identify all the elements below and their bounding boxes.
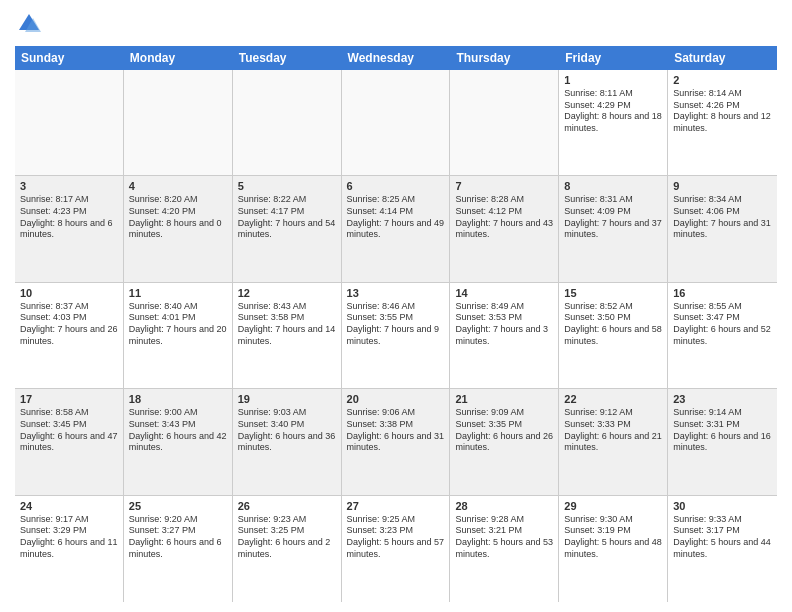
cal-cell: 14Sunrise: 8:49 AM Sunset: 3:53 PM Dayli… [450, 283, 559, 388]
calendar-body: 1Sunrise: 8:11 AM Sunset: 4:29 PM Daylig… [15, 70, 777, 602]
cal-cell [450, 70, 559, 175]
cal-cell: 19Sunrise: 9:03 AM Sunset: 3:40 PM Dayli… [233, 389, 342, 494]
header-cell-friday: Friday [559, 46, 668, 70]
cal-cell: 23Sunrise: 9:14 AM Sunset: 3:31 PM Dayli… [668, 389, 777, 494]
cal-cell: 4Sunrise: 8:20 AM Sunset: 4:20 PM Daylig… [124, 176, 233, 281]
cell-text: Sunrise: 8:46 AM Sunset: 3:55 PM Dayligh… [347, 301, 445, 348]
header-cell-monday: Monday [124, 46, 233, 70]
cell-text: Sunrise: 8:49 AM Sunset: 3:53 PM Dayligh… [455, 301, 553, 348]
cal-cell [15, 70, 124, 175]
day-number: 19 [238, 393, 336, 405]
day-number: 29 [564, 500, 662, 512]
cal-cell: 3Sunrise: 8:17 AM Sunset: 4:23 PM Daylig… [15, 176, 124, 281]
day-number: 2 [673, 74, 772, 86]
cal-cell: 8Sunrise: 8:31 AM Sunset: 4:09 PM Daylig… [559, 176, 668, 281]
cal-cell: 30Sunrise: 9:33 AM Sunset: 3:17 PM Dayli… [668, 496, 777, 602]
page: SundayMondayTuesdayWednesdayThursdayFrid… [0, 0, 792, 612]
day-number: 7 [455, 180, 553, 192]
day-number: 13 [347, 287, 445, 299]
cal-cell: 7Sunrise: 8:28 AM Sunset: 4:12 PM Daylig… [450, 176, 559, 281]
day-number: 9 [673, 180, 772, 192]
day-number: 24 [20, 500, 118, 512]
cell-text: Sunrise: 8:40 AM Sunset: 4:01 PM Dayligh… [129, 301, 227, 348]
day-number: 28 [455, 500, 553, 512]
cell-text: Sunrise: 9:30 AM Sunset: 3:19 PM Dayligh… [564, 514, 662, 561]
cal-cell [233, 70, 342, 175]
header-cell-sunday: Sunday [15, 46, 124, 70]
day-number: 22 [564, 393, 662, 405]
cell-text: Sunrise: 8:37 AM Sunset: 4:03 PM Dayligh… [20, 301, 118, 348]
cell-text: Sunrise: 8:17 AM Sunset: 4:23 PM Dayligh… [20, 194, 118, 241]
day-number: 17 [20, 393, 118, 405]
cal-cell [124, 70, 233, 175]
cell-text: Sunrise: 9:00 AM Sunset: 3:43 PM Dayligh… [129, 407, 227, 454]
day-number: 18 [129, 393, 227, 405]
day-number: 16 [673, 287, 772, 299]
cell-text: Sunrise: 9:12 AM Sunset: 3:33 PM Dayligh… [564, 407, 662, 454]
cal-cell: 21Sunrise: 9:09 AM Sunset: 3:35 PM Dayli… [450, 389, 559, 494]
header [15, 10, 777, 38]
cal-cell [342, 70, 451, 175]
cal-cell: 16Sunrise: 8:55 AM Sunset: 3:47 PM Dayli… [668, 283, 777, 388]
day-number: 11 [129, 287, 227, 299]
header-cell-tuesday: Tuesday [233, 46, 342, 70]
cell-text: Sunrise: 8:52 AM Sunset: 3:50 PM Dayligh… [564, 301, 662, 348]
cell-text: Sunrise: 9:25 AM Sunset: 3:23 PM Dayligh… [347, 514, 445, 561]
cell-text: Sunrise: 9:06 AM Sunset: 3:38 PM Dayligh… [347, 407, 445, 454]
cal-cell: 2Sunrise: 8:14 AM Sunset: 4:26 PM Daylig… [668, 70, 777, 175]
cal-cell: 29Sunrise: 9:30 AM Sunset: 3:19 PM Dayli… [559, 496, 668, 602]
day-number: 23 [673, 393, 772, 405]
day-number: 6 [347, 180, 445, 192]
calendar-row-0: 1Sunrise: 8:11 AM Sunset: 4:29 PM Daylig… [15, 70, 777, 176]
cal-cell: 13Sunrise: 8:46 AM Sunset: 3:55 PM Dayli… [342, 283, 451, 388]
day-number: 21 [455, 393, 553, 405]
cal-cell: 6Sunrise: 8:25 AM Sunset: 4:14 PM Daylig… [342, 176, 451, 281]
cal-cell: 27Sunrise: 9:25 AM Sunset: 3:23 PM Dayli… [342, 496, 451, 602]
day-number: 20 [347, 393, 445, 405]
cell-text: Sunrise: 9:33 AM Sunset: 3:17 PM Dayligh… [673, 514, 772, 561]
calendar: SundayMondayTuesdayWednesdayThursdayFrid… [15, 46, 777, 602]
day-number: 8 [564, 180, 662, 192]
cal-cell: 9Sunrise: 8:34 AM Sunset: 4:06 PM Daylig… [668, 176, 777, 281]
cal-cell: 1Sunrise: 8:11 AM Sunset: 4:29 PM Daylig… [559, 70, 668, 175]
day-number: 30 [673, 500, 772, 512]
day-number: 5 [238, 180, 336, 192]
cal-cell: 17Sunrise: 8:58 AM Sunset: 3:45 PM Dayli… [15, 389, 124, 494]
header-cell-saturday: Saturday [668, 46, 777, 70]
cell-text: Sunrise: 8:22 AM Sunset: 4:17 PM Dayligh… [238, 194, 336, 241]
day-number: 25 [129, 500, 227, 512]
cell-text: Sunrise: 9:03 AM Sunset: 3:40 PM Dayligh… [238, 407, 336, 454]
cell-text: Sunrise: 8:25 AM Sunset: 4:14 PM Dayligh… [347, 194, 445, 241]
day-number: 27 [347, 500, 445, 512]
cal-cell: 5Sunrise: 8:22 AM Sunset: 4:17 PM Daylig… [233, 176, 342, 281]
calendar-header: SundayMondayTuesdayWednesdayThursdayFrid… [15, 46, 777, 70]
day-number: 10 [20, 287, 118, 299]
cell-text: Sunrise: 8:58 AM Sunset: 3:45 PM Dayligh… [20, 407, 118, 454]
calendar-row-1: 3Sunrise: 8:17 AM Sunset: 4:23 PM Daylig… [15, 176, 777, 282]
cell-text: Sunrise: 8:11 AM Sunset: 4:29 PM Dayligh… [564, 88, 662, 135]
calendar-row-4: 24Sunrise: 9:17 AM Sunset: 3:29 PM Dayli… [15, 496, 777, 602]
cal-cell: 12Sunrise: 8:43 AM Sunset: 3:58 PM Dayli… [233, 283, 342, 388]
logo [15, 10, 47, 38]
header-cell-thursday: Thursday [450, 46, 559, 70]
day-number: 15 [564, 287, 662, 299]
cell-text: Sunrise: 8:34 AM Sunset: 4:06 PM Dayligh… [673, 194, 772, 241]
day-number: 3 [20, 180, 118, 192]
cell-text: Sunrise: 8:31 AM Sunset: 4:09 PM Dayligh… [564, 194, 662, 241]
cell-text: Sunrise: 8:43 AM Sunset: 3:58 PM Dayligh… [238, 301, 336, 348]
calendar-row-3: 17Sunrise: 8:58 AM Sunset: 3:45 PM Dayli… [15, 389, 777, 495]
cell-text: Sunrise: 8:28 AM Sunset: 4:12 PM Dayligh… [455, 194, 553, 241]
cal-cell: 24Sunrise: 9:17 AM Sunset: 3:29 PM Dayli… [15, 496, 124, 602]
cell-text: Sunrise: 9:09 AM Sunset: 3:35 PM Dayligh… [455, 407, 553, 454]
cell-text: Sunrise: 8:20 AM Sunset: 4:20 PM Dayligh… [129, 194, 227, 241]
cal-cell: 11Sunrise: 8:40 AM Sunset: 4:01 PM Dayli… [124, 283, 233, 388]
cell-text: Sunrise: 9:23 AM Sunset: 3:25 PM Dayligh… [238, 514, 336, 561]
cal-cell: 26Sunrise: 9:23 AM Sunset: 3:25 PM Dayli… [233, 496, 342, 602]
cal-cell: 18Sunrise: 9:00 AM Sunset: 3:43 PM Dayli… [124, 389, 233, 494]
cal-cell: 15Sunrise: 8:52 AM Sunset: 3:50 PM Dayli… [559, 283, 668, 388]
header-cell-wednesday: Wednesday [342, 46, 451, 70]
cell-text: Sunrise: 9:20 AM Sunset: 3:27 PM Dayligh… [129, 514, 227, 561]
day-number: 12 [238, 287, 336, 299]
cal-cell: 20Sunrise: 9:06 AM Sunset: 3:38 PM Dayli… [342, 389, 451, 494]
cal-cell: 25Sunrise: 9:20 AM Sunset: 3:27 PM Dayli… [124, 496, 233, 602]
